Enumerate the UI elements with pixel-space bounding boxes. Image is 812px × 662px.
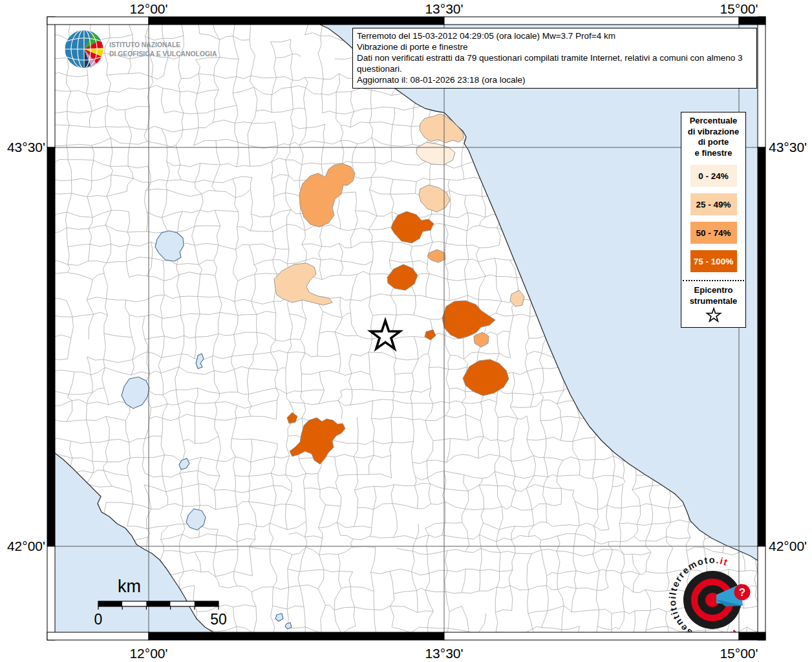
ingv-globe-icon [63, 28, 105, 70]
info-line-source: Dati non verificati estratti da 79 quest… [357, 52, 753, 74]
legend-items: 0 - 24%25 - 49%50 - 74%75 - 100% [681, 165, 745, 272]
lake [275, 614, 283, 621]
axis-label: 12°00' [129, 1, 167, 17]
scale-end-label: 50 [210, 611, 227, 628]
axis-label: 13°30' [425, 1, 463, 17]
ingv-felt-map-page: km050 www.haisentitoilterremoto.it? [0, 0, 812, 662]
axis-label: 42°00' [7, 539, 45, 554]
region-50-74 [427, 250, 445, 262]
axis-label: 15°00' [720, 646, 758, 661]
earthquake-info-box: Terremoto del 15-03-2012 04:29:05 (ora l… [352, 28, 757, 89]
region-25-49 [419, 185, 450, 212]
legend-item: 50 - 74% [690, 222, 737, 244]
axis-label: 43°30' [7, 140, 45, 155]
info-line-updated: Aggiornato il: 08-01-2026 23:18 (ora loc… [357, 74, 753, 85]
region-75-100 [425, 330, 436, 340]
lake [179, 458, 189, 469]
legend-item: 25 - 49% [690, 193, 737, 215]
legend-item: 0 - 24% [690, 165, 737, 187]
scale-start-label: 0 [94, 611, 103, 628]
info-line-event: Terremoto del 15-03-2012 04:29:05 (ora l… [357, 30, 753, 41]
region-75-100 [391, 211, 434, 243]
legend-epicenter-label: Epicentro strumentale [681, 285, 745, 306]
axis-label: 13°30' [425, 646, 463, 661]
axis-label: 12°00' [129, 646, 167, 661]
ingv-org-line2: DI GEOFISICA E VULCANOLOGIA [109, 49, 217, 58]
axis-label: 43°30' [769, 140, 807, 155]
info-line-effect: Vibrazione di porte e finestre [357, 41, 753, 52]
axis-label: 15°00' [720, 1, 758, 17]
epicenter-star-icon [370, 321, 400, 348]
lake [196, 354, 204, 368]
question-mark: ? [739, 586, 745, 599]
legend: Percentuale di vibrazione di porte e fin… [681, 112, 746, 328]
axis-label: 42°00' [769, 539, 807, 554]
scale-unit-label: km [118, 577, 141, 596]
lake [122, 377, 149, 409]
legend-star-outline-icon [681, 306, 745, 327]
region-0-24 [416, 142, 455, 165]
region-75-100 [290, 418, 345, 464]
lake [155, 231, 184, 261]
region-50-74 [299, 164, 355, 227]
legend-separator [683, 280, 744, 281]
ingv-logo: ISTITUTO NAZIONALE DI GEOFISICA E VULCAN… [63, 28, 229, 70]
legend-item: 75 - 100% [690, 250, 737, 272]
region-25-49 [510, 290, 524, 306]
epicenter-star [370, 321, 400, 348]
region-75-100 [287, 412, 297, 423]
ingv-org-line1: ISTITUTO NAZIONALE [109, 40, 217, 49]
legend-title: Percentuale di vibrazione di porte e fin… [681, 116, 745, 158]
map-canvas: km050 www.haisentitoilterremoto.it? [0, 0, 812, 662]
ingv-org-name: ISTITUTO NAZIONALE DI GEOFISICA E VULCAN… [109, 40, 217, 58]
region-75-100 [463, 359, 509, 396]
region-25-49 [274, 263, 332, 305]
lake [186, 509, 206, 530]
region-75-100 [442, 301, 495, 339]
